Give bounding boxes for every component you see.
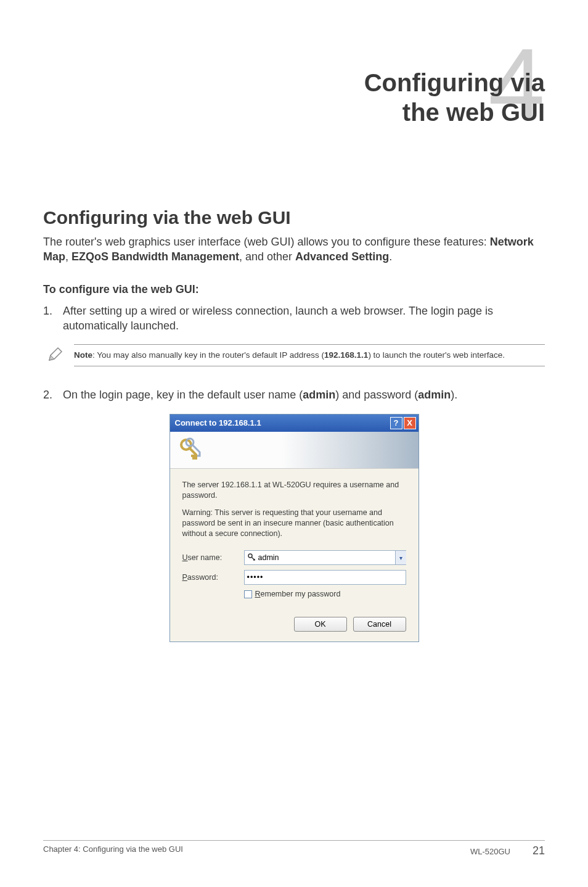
step-2-bold-2: admin — [418, 389, 451, 401]
chapter-heading-line2: the web GUI — [402, 99, 545, 126]
password-label-u: P — [182, 573, 187, 582]
dialog-message-1: The server 192.168.1.1 at WL-520GU requi… — [182, 480, 406, 501]
dialog-body: The server 192.168.1.1 at WL-520GU requi… — [170, 469, 419, 642]
dialog-title: Connect to 192.168.1.1 — [175, 418, 261, 427]
dialog-titlebar: Connect to 192.168.1.1 ? X — [170, 415, 419, 432]
password-label-rest: assword: — [187, 573, 218, 582]
chapter-title-block: 4 Configuring via the web GUI — [43, 68, 545, 127]
note-text-1: : You may also manually key in the route… — [92, 350, 324, 360]
section-heading: Configuring via the web GUI — [43, 207, 545, 228]
intro-paragraph: The router's web graphics user interface… — [43, 234, 545, 265]
username-label: User name: — [182, 553, 244, 562]
step-2-mid: ) and password ( — [335, 389, 418, 401]
username-label-rest: ser name: — [188, 553, 223, 562]
subheading: To configure via the web GUI: — [43, 283, 545, 296]
dialog-close-button[interactable]: X — [404, 417, 416, 429]
intro-post: . — [389, 250, 392, 263]
intro-sep-1: , — [65, 250, 71, 263]
key-icon — [247, 553, 256, 563]
note-bold-label: Note — [74, 350, 92, 360]
dialog-help-button[interactable]: ? — [390, 417, 402, 429]
intro-sep-2: , and other — [239, 250, 295, 263]
password-field-wrap[interactable] — [244, 570, 406, 585]
step-1-text: After setting up a wired or wireless con… — [63, 305, 493, 332]
intro-pre: The router's web graphics user interface… — [43, 236, 490, 248]
intro-bold-3: Advanced Setting — [295, 250, 389, 263]
username-input[interactable] — [258, 551, 395, 564]
footer-chapter-label: Chapter 4: Configuring via the web GUI — [43, 844, 183, 857]
ok-button[interactable]: OK — [294, 617, 347, 632]
step-2-bold-1: admin — [303, 389, 335, 401]
password-input[interactable] — [247, 571, 403, 584]
intro-bold-2: EZQoS Bandwidth Management — [71, 250, 239, 263]
step-1: 1. After setting up a wired or wireless … — [43, 303, 545, 334]
dialog-message-2: Warning: This server is requesting that … — [182, 508, 406, 539]
password-row: Password: — [182, 570, 406, 585]
dialog-banner — [170, 432, 419, 469]
username-label-u: U — [182, 553, 188, 562]
footer-model: WL-520GU — [470, 847, 510, 856]
chapter-heading: Configuring via the web GUI — [43, 68, 545, 127]
remember-label-rest: emember my password — [261, 590, 341, 598]
note-block: Note: You may also manually key in the r… — [43, 344, 545, 366]
login-dialog-screenshot: Connect to 192.168.1.1 ? X The server 19… — [169, 414, 419, 642]
remember-checkbox[interactable] — [244, 590, 252, 598]
footer-page-number: 21 — [533, 844, 545, 857]
step-2-pre: On the login page, key in the default us… — [63, 389, 303, 401]
page-footer: Chapter 4: Configuring via the web GUI W… — [43, 840, 545, 857]
remember-label-u: R — [255, 590, 261, 598]
chapter-heading-line1: Configuring via — [364, 69, 545, 96]
step-2-number: 2. — [43, 387, 52, 402]
step-1-number: 1. — [43, 303, 52, 318]
step-2: 2. On the login page, key in the default… — [43, 387, 545, 402]
step-2-post: ). — [451, 389, 457, 401]
password-label: Password: — [182, 573, 244, 582]
keys-icon — [178, 436, 205, 463]
note-text-2: ) to launch the router's web interface. — [368, 350, 505, 360]
chevron-down-icon[interactable]: ▾ — [395, 551, 406, 564]
note-ip: 192.168.1.1 — [324, 350, 368, 360]
remember-label: Remember my password — [255, 590, 341, 598]
dialog-button-row: OK Cancel — [182, 617, 406, 632]
note-content: Note: You may also manually key in the r… — [74, 344, 545, 366]
username-row: User name: ▾ — [182, 550, 406, 565]
cancel-button[interactable]: Cancel — [353, 617, 406, 632]
remember-password-row[interactable]: Remember my password — [244, 590, 406, 598]
username-combobox[interactable]: ▾ — [244, 550, 406, 565]
note-pencil-icon — [47, 347, 63, 366]
